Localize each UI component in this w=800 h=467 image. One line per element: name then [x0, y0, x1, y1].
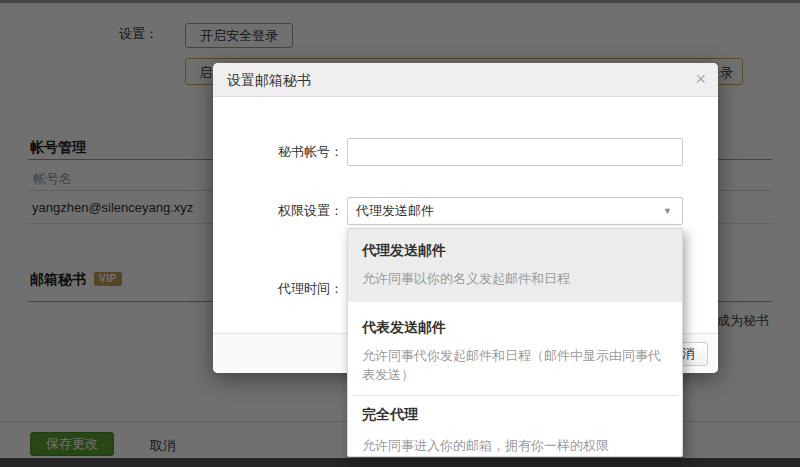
dropdown-option-title: 完全代理 — [362, 406, 668, 424]
modal-title: 设置邮箱秘书 — [227, 63, 311, 97]
permission-select-value: 代理发送邮件 — [356, 203, 434, 218]
dropdown-option-delegate-send[interactable]: 代理发送邮件 允许同事以你的名义发起邮件和日程 — [348, 229, 682, 302]
chevron-down-icon: ▼ — [663, 198, 672, 225]
permission-label: 权限设置： — [213, 197, 343, 225]
modal-header: 设置邮箱秘书 × — [213, 63, 718, 97]
secretary-account-input[interactable] — [347, 138, 683, 166]
dropdown-option-title: 代表发送邮件 — [362, 319, 668, 337]
screenshot-stage: 设置： 开启安全登录 启 登录 帐号管理 帐号名 yangzhen@silenc… — [0, 0, 800, 467]
secretary-account-label: 秘书帐号： — [213, 138, 343, 166]
dropdown-option-title: 代理发送邮件 — [362, 242, 668, 260]
permission-dropdown: 代理发送邮件 允许同事以你的名义发起邮件和日程 代表发送邮件 允许同事代你发起邮… — [347, 228, 683, 457]
dropdown-option-desc: 允许同事代你发起邮件和日程（邮件中显示由同事代表发送） — [362, 346, 668, 384]
permission-select[interactable]: 代理发送邮件 ▼ — [347, 197, 683, 225]
dropdown-option-full-delegate[interactable]: 完全代理 允许同事进入你的邮箱，拥有你一样的权限 — [348, 396, 682, 457]
dropdown-option-onbehalf-send[interactable]: 代表发送邮件 允许同事代你发起邮件和日程（邮件中显示由同事代表发送） — [348, 302, 682, 395]
dropdown-option-desc: 允许同事进入你的邮箱，拥有你一样的权限 — [362, 436, 668, 455]
delegate-time-label: 代理时间： — [213, 275, 343, 303]
close-icon[interactable]: × — [695, 63, 706, 96]
dropdown-option-desc: 允许同事以你的名义发起邮件和日程 — [362, 269, 668, 288]
